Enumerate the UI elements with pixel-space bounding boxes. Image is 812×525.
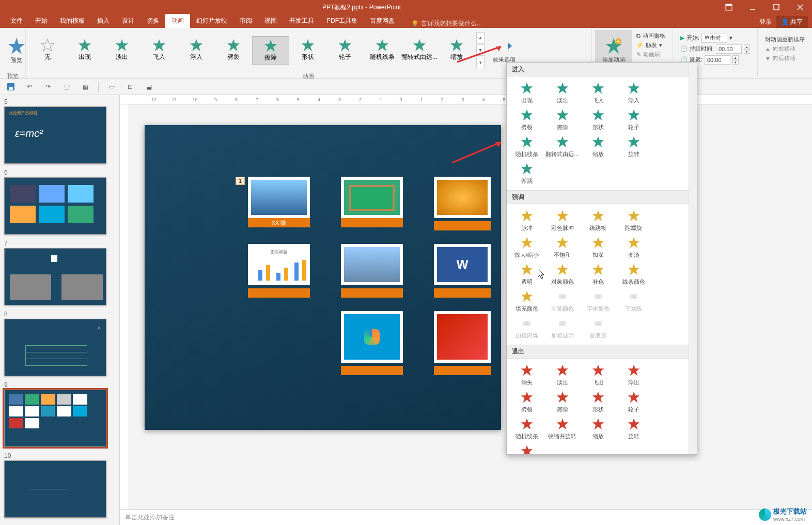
flyout-animation-item[interactable]: 加深 [580, 234, 616, 261]
slide-thumbnail[interactable] [4, 177, 106, 235]
tab-pdf[interactable]: PDF工具集 [320, 14, 364, 28]
flyout-animation-item[interactable]: 弹跳 [509, 442, 544, 454]
flyout-animation-item[interactable]: 擦除 [544, 106, 580, 133]
flyout-animation-item[interactable]: 旋转 [616, 133, 651, 160]
tab-baidu[interactable]: 百度网盘 [364, 14, 401, 28]
animation-item-11[interactable]: 缩放 [438, 36, 475, 65]
animation-pane-button[interactable]: ⧉动画窗格 [636, 32, 665, 40]
save-icon[interactable] [5, 81, 17, 92]
flyout-animation-item[interactable]: 随机线条 [509, 133, 544, 160]
flyout-animation-item[interactable]: 脉冲 [509, 207, 544, 234]
slide-canvas[interactable]: 1 XX 摄 图表标题 W [145, 125, 501, 430]
flyout-animation-item[interactable]: 劈裂 [509, 106, 544, 133]
slide-thumbnail[interactable]: ⌕ [4, 319, 106, 376]
animation-item-7[interactable]: 形状 [289, 36, 326, 65]
slide-thumbnails[interactable]: 5此处照片的标题ε=mc²678⌕910—————————— [0, 95, 120, 525]
slide-image[interactable] [341, 177, 403, 218]
flyout-animation-item[interactable]: 弹跳 [509, 160, 544, 187]
close-icon[interactable] [788, 0, 812, 14]
animation-item-4[interactable]: 浮入 [178, 36, 215, 65]
tab-developer[interactable]: 开发工具 [283, 14, 320, 28]
animation-order-badge[interactable]: 1 [236, 177, 245, 185]
flyout-animation-item[interactable]: 擦除 [544, 389, 580, 415]
flyout-animation-item[interactable]: 消失 [509, 362, 544, 389]
tab-file[interactable]: 文件 [4, 14, 29, 28]
canvas-area[interactable]: 1 XX 摄 图表标题 W [129, 104, 812, 509]
slide-image[interactable] [434, 311, 491, 363]
tab-mytemplates[interactable]: 我的模板 [54, 14, 91, 28]
flyout-animation-item[interactable]: 形状 [580, 389, 616, 415]
animation-item-6[interactable]: 擦除 [252, 36, 289, 65]
delay-input[interactable]: 00.00 [705, 55, 730, 65]
slide-image[interactable] [341, 244, 403, 285]
ribbon-display-options-icon[interactable] [717, 0, 741, 14]
image-caption[interactable]: XX 摄 [248, 218, 310, 227]
spin-up-icon[interactable]: ▴ [732, 55, 739, 60]
minimize-icon[interactable] [741, 0, 764, 14]
animation-item-0[interactable]: 无 [29, 36, 66, 65]
tab-animations[interactable]: 动画 [165, 14, 190, 28]
slide-image[interactable]: 图表标题 [248, 244, 310, 285]
flyout-animation-item[interactable]: 跷跷板 [580, 207, 616, 234]
tab-view[interactable]: 视图 [258, 14, 283, 28]
tab-insert[interactable]: 插入 [91, 14, 116, 28]
flyout-animation-item[interactable]: 对象颜色 [544, 261, 580, 288]
flyout-animation-item[interactable]: 旋转 [616, 415, 651, 442]
animation-item-2[interactable]: 淡出 [103, 36, 140, 65]
chevron-down-icon[interactable]: ▾ [729, 35, 732, 41]
flyout-animation-item[interactable]: 彩色脉冲 [544, 207, 580, 234]
redo-icon[interactable]: ↷ [42, 81, 54, 92]
flyout-animation-item[interactable]: 填充颜色 [509, 288, 544, 315]
qat-icon[interactable]: ⬓ [143, 81, 154, 92]
login-link[interactable]: 登录 [759, 18, 772, 26]
flyout-animation-item[interactable]: 变淡 [616, 234, 651, 261]
animation-item-8[interactable]: 轮子 [326, 36, 364, 65]
flyout-animation-item[interactable]: 随机线条 [509, 415, 544, 442]
qat-icon[interactable]: ⊡ [124, 81, 136, 92]
tab-review[interactable]: 审阅 [233, 14, 258, 28]
image-caption[interactable] [434, 221, 491, 230]
flyout-animation-item[interactable]: 线条颜色 [616, 261, 651, 288]
gallery-down-icon[interactable]: ▼ [476, 44, 485, 56]
spin-up-icon[interactable]: ▴ [744, 44, 750, 49]
animation-item-10[interactable]: 翻转式由远... [401, 36, 438, 65]
slide-thumbnail[interactable] [4, 248, 106, 305]
gallery-up-icon[interactable]: ▲ [476, 32, 485, 43]
tab-design[interactable]: 设计 [116, 14, 140, 28]
animation-item-5[interactable]: 劈裂 [215, 36, 252, 65]
flyout-animation-item[interactable]: 不饱和 [544, 234, 580, 261]
animation-painter-button[interactable]: ✎动画刷 [636, 51, 665, 58]
tab-home[interactable]: 开始 [29, 14, 54, 28]
qat-icon[interactable]: ▦ [80, 81, 91, 92]
tab-slideshow[interactable]: 幻灯片放映 [190, 14, 233, 28]
slide-image[interactable] [341, 311, 403, 363]
move-later-button[interactable]: ▼向后移动 [765, 54, 805, 62]
slide-thumbnail[interactable] [4, 390, 106, 447]
tab-transitions[interactable]: 切换 [140, 14, 165, 28]
slide-image[interactable] [248, 177, 310, 218]
spin-down-icon[interactable]: ▾ [732, 60, 739, 65]
qat-icon[interactable]: ⬚ [61, 81, 72, 92]
flyout-animation-item[interactable]: 飞入 [580, 80, 616, 106]
flyout-animation-item[interactable]: 陀螺旋 [616, 207, 651, 234]
flyout-animation-item[interactable]: 劈裂 [509, 389, 544, 415]
flyout-animation-item[interactable]: 轮子 [616, 106, 651, 133]
flyout-animation-item[interactable]: 浮出 [616, 362, 651, 389]
slide-thumbnail[interactable]: 此处照片的标题ε=mc² [4, 106, 106, 164]
image-caption[interactable] [248, 288, 310, 298]
notes-pane[interactable]: 单击此处添加备注 [120, 509, 812, 525]
flyout-animation-item[interactable]: 淡出 [544, 80, 580, 106]
flyout-animation-item[interactable]: 放大/缩小 [509, 234, 544, 261]
spin-down-icon[interactable]: ▾ [744, 49, 750, 54]
qat-icon[interactable]: ▭ [106, 81, 117, 92]
flyout-scrollbar[interactable] [689, 63, 697, 454]
animation-item-1[interactable]: 出现 [66, 36, 103, 65]
animation-item-9[interactable]: 随机线条 [364, 36, 401, 65]
image-caption[interactable] [341, 218, 403, 227]
image-caption[interactable] [341, 288, 403, 298]
move-earlier-button[interactable]: ▲向前移动 [765, 45, 805, 53]
share-button[interactable]: 👤 共享 [776, 16, 808, 28]
duration-input[interactable]: 00.50 [716, 44, 742, 54]
trigger-button[interactable]: ⚡触发▾ [636, 41, 665, 49]
image-caption[interactable] [341, 366, 403, 375]
